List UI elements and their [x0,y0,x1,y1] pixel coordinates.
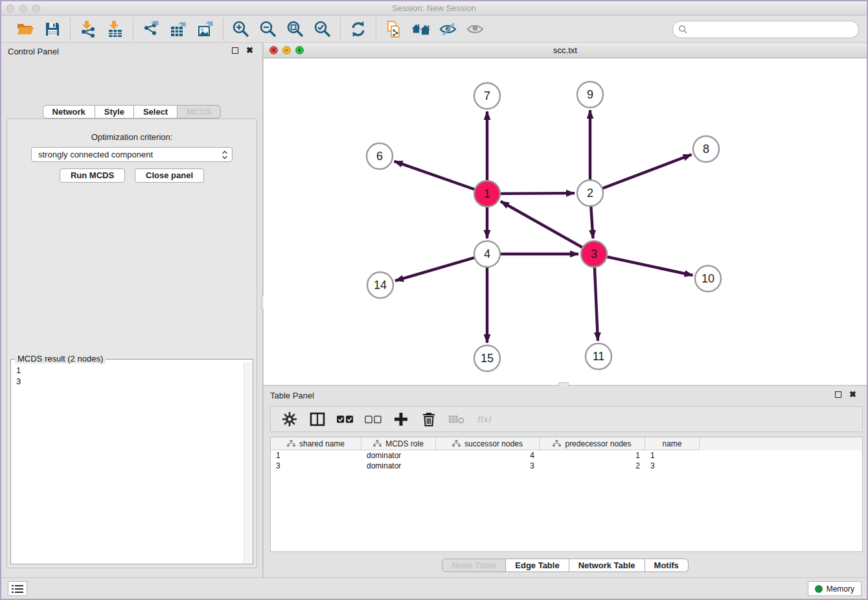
application-window: Session: New Session Control Panel ✖ Net… [0,0,868,600]
search-input[interactable] [672,21,859,38]
svg-text:11: 11 [593,350,605,363]
svg-text:7: 7 [484,89,490,102]
split-panel-icon[interactable] [309,411,326,428]
delete-table-icon [448,411,465,428]
graph-node-3[interactable]: 3 [581,241,607,267]
table-header-row: shared nameMCDS rolesuccessor nodesprede… [271,437,862,450]
hide-selected-icon[interactable] [439,19,458,39]
edge-4-14[interactable] [395,257,477,281]
svg-text:14: 14 [374,279,387,292]
graph-node-4[interactable]: 4 [474,241,500,267]
column-header-shared-name[interactable]: shared name [271,437,361,450]
graph-node-6[interactable]: 6 [367,143,393,169]
gear-icon[interactable] [281,411,298,428]
graph-node-2[interactable]: 2 [577,180,603,206]
column-header-MCDS-role[interactable]: MCDS role [361,437,436,450]
control-panel-tabs: NetworkStyleSelectMCDS [1,105,262,119]
mcds-panel: Optimization criterion: strongly connect… [6,119,257,568]
network-graph[interactable]: 7968124314101511 [264,58,868,385]
svg-text:2: 2 [587,187,593,200]
tab-network-table[interactable]: Network Table [569,559,645,572]
memory-status-icon [815,585,823,593]
memory-label: Memory [827,584,854,594]
edge-1-6[interactable] [394,161,477,190]
graph-node-14[interactable]: 14 [367,272,393,298]
export-image-icon[interactable] [196,19,215,39]
table-tabs: Node TableEdge TableNetwork TableMotifs [264,559,867,572]
hierarchy-icon [553,440,561,447]
export-table-icon[interactable] [168,19,188,39]
run-mcds-button[interactable]: Run MCDS [60,168,125,183]
graph-node-11[interactable]: 11 [586,343,611,369]
graph-node-10[interactable]: 10 [695,266,721,292]
table-toolbar: f(x) [270,406,863,432]
tab-network[interactable]: Network [43,105,95,119]
svg-text:4: 4 [484,248,490,260]
table-float-panel-icon[interactable] [835,391,841,398]
save-icon[interactable] [43,19,62,39]
close-panel-icon[interactable]: ✖ [246,47,253,54]
float-panel-icon[interactable] [232,47,238,54]
network-window-title: scc.txt [264,45,867,55]
graph-node-8[interactable]: 8 [693,136,719,162]
refresh-icon[interactable] [348,19,368,39]
tab-edge-table[interactable]: Edge Table [506,559,569,572]
graph-node-15[interactable]: 15 [474,345,500,371]
tab-node-table[interactable]: Node Table [442,559,506,572]
new-network-from-selection-icon[interactable] [384,19,404,39]
svg-text:15: 15 [481,352,494,365]
add-row-icon[interactable] [393,411,409,428]
table-row[interactable]: 1dominator411 [271,450,862,461]
edge-1-2[interactable] [497,193,575,194]
memory-button[interactable]: Memory [808,581,862,596]
svg-text:10: 10 [702,272,714,285]
node-table[interactable]: shared nameMCDS rolesuccessor nodesprede… [270,437,863,552]
table-row[interactable]: 3dominator323 [271,461,862,471]
column-header-predecessor-nodes[interactable]: predecessor nodes [540,437,645,450]
zoom-out-icon[interactable] [258,19,278,39]
criterion-dropdown[interactable]: strongly connected component [31,147,233,162]
edge-3-11[interactable] [595,264,598,341]
tab-style[interactable]: Style [95,105,134,119]
tab-motifs[interactable]: Motifs [645,559,689,572]
check-all-icon[interactable] [337,411,354,428]
edge-3-1[interactable] [501,202,585,249]
network-window: ✕ − + scc.txt 7968124314101511 [264,43,867,385]
edge-3-10[interactable] [604,256,693,275]
edge-2-3[interactable] [591,203,593,238]
edge-2-8[interactable] [600,155,692,190]
import-network-icon[interactable] [78,19,98,39]
table-close-panel-icon[interactable]: ✖ [849,391,856,398]
delete-row-icon[interactable] [420,411,437,428]
list-icon [12,584,23,594]
task-history-button[interactable] [8,581,27,596]
close-panel-button[interactable]: Close panel [135,168,204,183]
dropdown-stepper-icon [222,150,228,160]
network-canvas[interactable]: 7968124314101511 [264,58,867,385]
network-window-titlebar[interactable]: ✕ − + scc.txt [264,43,867,58]
houses-icon[interactable] [411,19,431,39]
result-scrollbar[interactable] [244,362,252,563]
mcds-result-lines: 1 3 [16,365,21,387]
column-header-name[interactable]: name [645,437,700,450]
export-network-icon[interactable] [141,19,161,39]
graph-node-1[interactable]: 1 [474,181,500,207]
graph-node-7[interactable]: 7 [474,83,500,109]
zoom-in-icon[interactable] [231,19,251,39]
table-panel: Table Panel ✖ f(x) shared nameMCDS roles… [264,386,867,577]
column-header-successor-nodes[interactable]: successor nodes [436,437,540,450]
import-table-icon[interactable] [106,19,125,39]
zoom-fit-icon[interactable] [286,19,305,39]
show-hidden-icon[interactable] [466,19,485,39]
table-panel-title: Table Panel [270,391,314,400]
tab-select[interactable]: Select [134,105,177,119]
tab-mcds[interactable]: MCDS [177,105,221,119]
status-bar: Memory [1,577,867,599]
graph-node-9[interactable]: 9 [577,82,603,108]
svg-text:f(x): f(x) [477,415,491,424]
uncheck-all-icon[interactable] [365,411,382,428]
function-fx-icon: f(x) [476,411,493,428]
hierarchy-icon [287,440,295,447]
open-folder-icon[interactable] [16,19,35,39]
zoom-selected-icon[interactable] [313,19,332,39]
